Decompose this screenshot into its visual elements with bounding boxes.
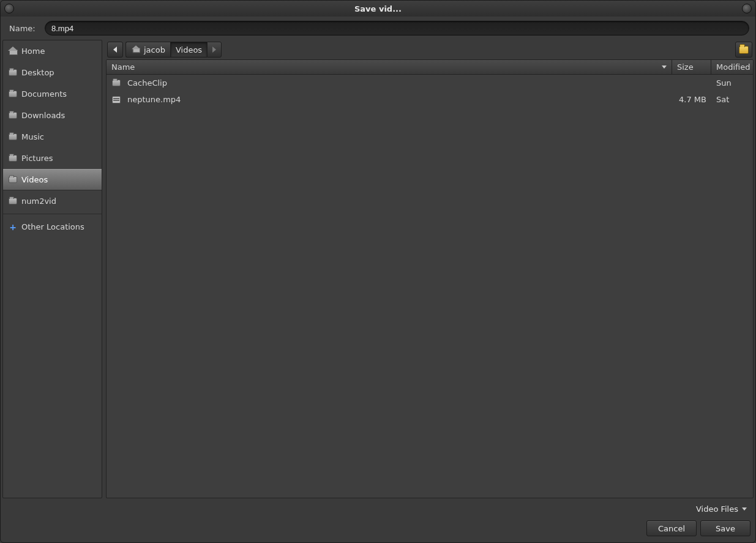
sidebar-item-label: Documents: [21, 89, 67, 99]
path-bar: jacob Videos: [106, 40, 754, 59]
column-header-name[interactable]: Name: [107, 60, 672, 74]
sidebar-item-num2vid[interactable]: num2vid: [3, 190, 102, 212]
home-icon: [131, 45, 141, 54]
sidebar-item-label: Other Locations: [21, 222, 84, 231]
filename-row: Name:: [1, 17, 755, 40]
breadcrumb-forward[interactable]: [207, 42, 222, 58]
sidebar-item-other-locations[interactable]: + Other Locations: [3, 216, 102, 238]
sidebar-item-documents[interactable]: Documents: [3, 83, 102, 105]
breadcrumb-label: jacob: [144, 45, 165, 54]
video-file-icon: [111, 95, 121, 105]
main-pane: jacob Videos Name: [106, 40, 754, 498]
chevron-down-icon: [742, 507, 747, 511]
file-row[interactable]: neptune.mp4 4.7 MB Sat: [107, 91, 753, 108]
folder-icon: [8, 197, 18, 206]
new-folder-icon: [739, 46, 749, 54]
arrow-left-icon: [113, 47, 117, 53]
file-name: neptune.mp4: [127, 95, 181, 104]
sidebar-item-music[interactable]: Music: [3, 126, 102, 148]
titlebar[interactable]: Save vid...: [1, 1, 755, 17]
button-label: Cancel: [658, 524, 685, 533]
home-icon: [8, 47, 18, 56]
column-header-size[interactable]: Size: [672, 60, 711, 74]
window-button-left[interactable]: [4, 4, 14, 13]
breadcrumb-jacob[interactable]: jacob: [125, 42, 170, 58]
file-modified: Sun: [711, 78, 753, 88]
save-dialog-window: Save vid... Name: Home Desktop Documents…: [0, 0, 756, 543]
window-button-right[interactable]: [742, 4, 752, 13]
sidebar-separator: [3, 214, 102, 214]
sidebar-item-label: num2vid: [21, 197, 56, 206]
button-label: Save: [716, 524, 735, 533]
folder-icon: [8, 175, 18, 185]
breadcrumb-group: jacob Videos: [125, 42, 222, 58]
folder-icon: [8, 111, 18, 121]
folder-icon: [111, 78, 121, 88]
folder-icon: [8, 89, 18, 99]
sidebar-item-label: Desktop: [21, 68, 54, 77]
filename-input[interactable]: [45, 21, 749, 36]
file-list-body[interactable]: CacheClip Sun neptune.mp4 4.7 MB Sat: [107, 75, 753, 498]
sidebar-item-desktop[interactable]: Desktop: [3, 62, 102, 83]
file-modified: Sat: [711, 95, 753, 104]
column-label: Modified: [716, 62, 750, 72]
sidebar-item-label: Downloads: [21, 111, 65, 120]
file-list: Name Size Modified CacheClip: [106, 59, 754, 498]
file-row[interactable]: CacheClip Sun: [107, 75, 753, 91]
sidebar-item-videos[interactable]: Videos: [3, 169, 102, 190]
column-label: Size: [677, 62, 694, 72]
sidebar-item-label: Home: [21, 47, 45, 56]
file-name: CacheClip: [127, 78, 167, 88]
sidebar-item-label: Pictures: [21, 154, 53, 163]
file-type-filter[interactable]: Video Files: [690, 502, 750, 515]
file-size: 4.7 MB: [672, 95, 711, 104]
column-label: Name: [111, 62, 135, 72]
sort-indicator-icon: [662, 66, 667, 69]
new-folder-button[interactable]: [735, 42, 752, 58]
sidebar-item-label: Videos: [21, 175, 48, 184]
dialog-footer: Video Files Cancel Save: [1, 498, 755, 542]
places-sidebar: Home Desktop Documents Downloads Music P…: [2, 40, 102, 498]
filter-label: Video Files: [696, 504, 738, 514]
sidebar-item-downloads[interactable]: Downloads: [3, 105, 102, 126]
breadcrumb-videos[interactable]: Videos: [170, 42, 207, 58]
cancel-button[interactable]: Cancel: [646, 520, 697, 536]
folder-icon: [8, 154, 18, 163]
plus-icon: +: [8, 222, 18, 232]
sidebar-item-pictures[interactable]: Pictures: [3, 148, 102, 169]
file-list-header: Name Size Modified: [107, 60, 753, 75]
filename-label: Name:: [9, 24, 37, 33]
window-title: Save vid...: [354, 4, 402, 13]
path-back-button[interactable]: [107, 42, 123, 58]
sidebar-item-home[interactable]: Home: [3, 40, 102, 62]
breadcrumb-label: Videos: [176, 45, 202, 54]
dialog-body: Home Desktop Documents Downloads Music P…: [1, 40, 755, 498]
column-header-modified[interactable]: Modified: [711, 60, 753, 74]
folder-icon: [8, 132, 18, 142]
arrow-right-icon: [212, 47, 216, 53]
folder-icon: [8, 68, 18, 78]
sidebar-item-label: Music: [21, 132, 44, 141]
save-button[interactable]: Save: [700, 520, 750, 536]
